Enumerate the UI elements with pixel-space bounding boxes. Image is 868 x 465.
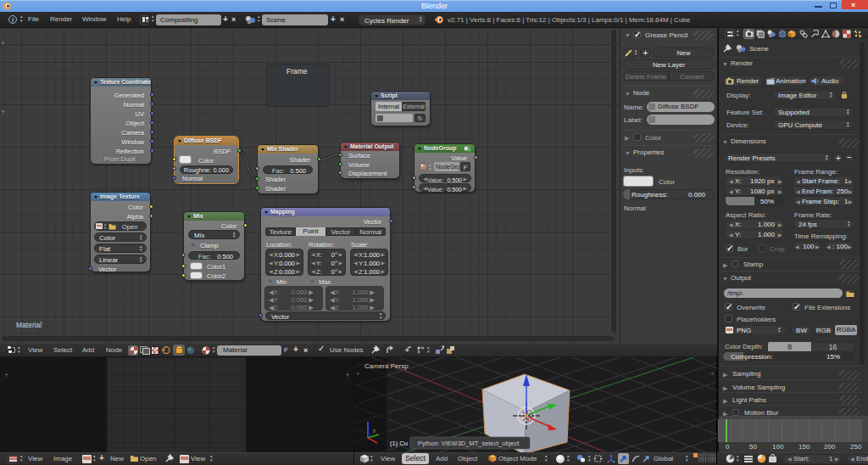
svg-text:Python: VIEW3D_MT_select_objec: Python: VIEW3D_MT_select_object (418, 440, 520, 447)
svg-text:y: y (373, 428, 376, 433)
svg-text:Camera Persp: Camera Persp (364, 362, 409, 370)
svg-text:(1) Cu: (1) Cu (390, 440, 408, 447)
svg-text:+: + (710, 370, 715, 378)
svg-text:+: + (356, 370, 360, 378)
